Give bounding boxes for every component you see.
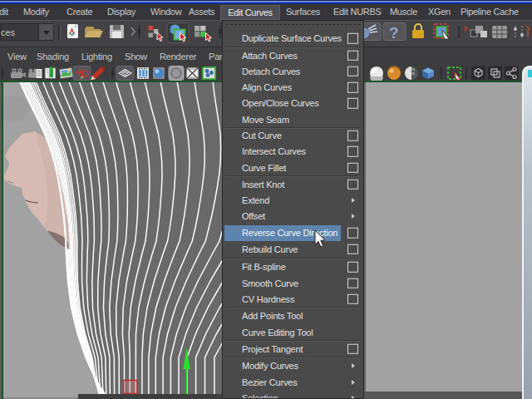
svg-text:?: ? [389,24,399,42]
